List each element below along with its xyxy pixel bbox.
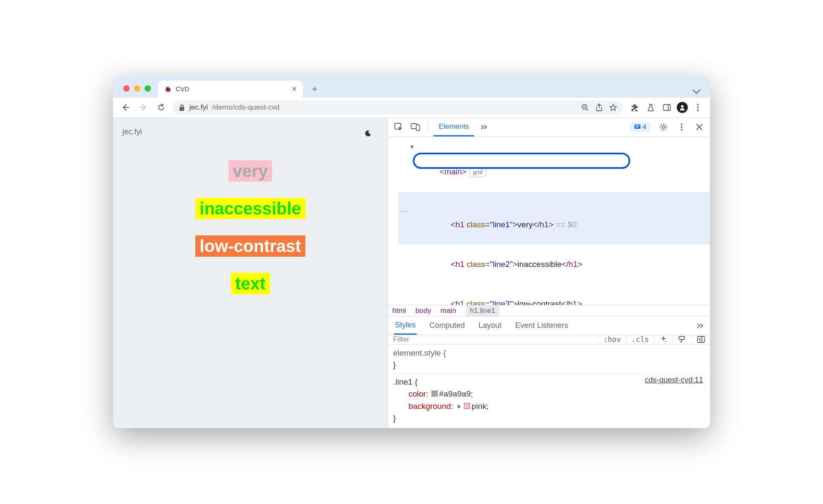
heading-line1: very xyxy=(229,160,272,182)
heading-line4: text xyxy=(231,273,270,294)
issues-badge[interactable]: 4 xyxy=(630,122,650,132)
dom-tree[interactable]: ▼ <main>grid ⋯ <h1 class="line1">very</h… xyxy=(388,137,710,305)
device-toolbar-icon[interactable] xyxy=(409,120,423,134)
rule-line1[interactable]: cds-quest-cvd:11 .line1 { color: #a9a9a9… xyxy=(393,374,705,425)
svg-point-9 xyxy=(697,110,698,111)
paint-brush-icon[interactable] xyxy=(672,335,692,344)
svg-point-16 xyxy=(662,126,665,128)
browser-tab[interactable]: 🐞 CVD × xyxy=(158,81,303,98)
svg-point-7 xyxy=(697,104,698,106)
issues-count: 4 xyxy=(643,123,646,131)
dom-node-h1-line1-selected[interactable]: ⋯ <h1 class="line1">very</h1> == $0 xyxy=(398,192,710,245)
labs-flask-icon[interactable] xyxy=(644,101,657,114)
lock-icon xyxy=(179,104,185,111)
tab-title: CVD xyxy=(176,85,287,93)
bookmark-star-icon[interactable] xyxy=(609,104,617,111)
more-subtabs-icon[interactable] xyxy=(696,323,704,328)
close-tab-icon[interactable]: × xyxy=(292,84,297,94)
zoom-icon[interactable] xyxy=(581,104,589,111)
minimize-window-icon[interactable] xyxy=(134,85,140,92)
crumb-h1-line1[interactable]: h1.line1 xyxy=(466,305,500,316)
more-actions-icon[interactable]: ⋯ xyxy=(400,205,409,217)
svg-point-20 xyxy=(665,341,667,342)
styles-filter-row: Filter :hov .cls xyxy=(388,335,710,345)
svg-point-8 xyxy=(697,107,698,108)
favicon-icon: 🐞 xyxy=(164,85,171,93)
color-swatch-icon[interactable] xyxy=(464,403,470,409)
url-domain: jec.fyi xyxy=(189,103,208,112)
url-path: /demo/cds-quest-cvd xyxy=(212,103,279,112)
rule-element-style[interactable]: element.style { } xyxy=(393,347,705,371)
share-icon[interactable] xyxy=(596,104,603,111)
hover-toggle[interactable]: :hov xyxy=(598,335,626,344)
source-link[interactable]: cds-quest-cvd:11 xyxy=(645,374,703,386)
browser-menu-icon[interactable] xyxy=(691,101,704,114)
subtab-layout[interactable]: Layout xyxy=(478,317,502,334)
new-style-rule-button[interactable] xyxy=(654,335,672,344)
devtools-tabbar: Elements 4 xyxy=(388,118,710,137)
dark-mode-toggle[interactable] xyxy=(362,127,377,141)
dom-breadcrumbs: html body main h1.line1 xyxy=(388,305,710,316)
svg-point-17 xyxy=(681,124,682,125)
window-controls xyxy=(123,85,151,92)
issues-icon xyxy=(634,124,641,130)
color-swatch-icon[interactable] xyxy=(432,391,438,397)
svg-rect-22 xyxy=(698,336,704,342)
grid-badge[interactable]: grid xyxy=(469,167,487,177)
styles-subtabs: Styles Computed Layout Event Listeners xyxy=(388,316,710,335)
extensions-icon[interactable] xyxy=(628,101,641,114)
devtools-close-icon[interactable] xyxy=(692,120,707,134)
subtab-styles[interactable]: Styles xyxy=(394,317,417,335)
devtools-settings-icon[interactable] xyxy=(656,120,671,134)
subtab-event-listeners[interactable]: Event Listeners xyxy=(514,317,569,334)
reload-button[interactable] xyxy=(155,101,168,114)
expand-shorthand-icon[interactable] xyxy=(458,404,461,408)
svg-line-2 xyxy=(586,109,588,110)
svg-point-18 xyxy=(681,126,682,128)
computed-sidebar-icon[interactable] xyxy=(692,335,710,344)
close-window-icon[interactable] xyxy=(123,85,130,92)
inspect-element-icon[interactable] xyxy=(391,120,406,134)
profile-avatar-icon[interactable] xyxy=(677,102,688,113)
forward-button[interactable] xyxy=(137,101,150,114)
heading-line3: low-contrast xyxy=(195,235,305,257)
browser-toolbar: jec.fyi/demo/cds-quest-cvd xyxy=(113,98,710,118)
toolbar-right xyxy=(628,101,704,114)
tab-strip: 🐞 CVD × + xyxy=(113,76,710,98)
crumb-main[interactable]: main xyxy=(440,307,456,315)
devtools-menu-icon[interactable] xyxy=(674,120,689,134)
tab-elements[interactable]: Elements xyxy=(434,118,474,136)
devtools-panel: Elements 4 ▼ <main>grid xyxy=(388,118,710,428)
back-button[interactable] xyxy=(119,101,132,114)
svg-point-19 xyxy=(681,129,682,131)
svg-rect-21 xyxy=(679,336,684,339)
dom-node-h1-line2[interactable]: <h1 class="line2">inaccessible</h1> xyxy=(398,245,710,284)
more-tabs-icon[interactable] xyxy=(477,120,491,134)
cls-toggle[interactable]: .cls xyxy=(626,335,654,344)
address-bar[interactable]: jec.fyi/demo/cds-quest-cvd xyxy=(173,100,623,115)
new-tab-button[interactable]: + xyxy=(308,82,322,96)
tab-list-chevron-icon[interactable] xyxy=(692,89,701,94)
svg-rect-4 xyxy=(664,104,670,110)
crumb-body[interactable]: body xyxy=(415,307,431,315)
crumb-html[interactable]: html xyxy=(392,307,406,315)
svg-rect-0 xyxy=(180,107,184,111)
rendered-page: jec.fyi very inaccessible low-contrast t… xyxy=(113,118,388,428)
svg-rect-12 xyxy=(416,125,420,130)
side-panel-icon[interactable] xyxy=(661,101,673,114)
headings-stack: very inaccessible low-contrast text xyxy=(122,160,378,294)
styles-filter-input[interactable]: Filter xyxy=(388,335,598,344)
fullscreen-window-icon[interactable] xyxy=(145,85,151,92)
browser-window: 🐞 CVD × + jec.fyi/demo/cds-quest-cvd xyxy=(113,76,710,428)
site-name-label: jec.fyi xyxy=(122,127,378,136)
heading-line2: inaccessible xyxy=(195,198,305,219)
svg-point-6 xyxy=(681,105,684,108)
dom-node-main[interactable]: ▼ <main>grid xyxy=(398,139,710,192)
svg-rect-13 xyxy=(635,125,640,129)
content-area: jec.fyi very inaccessible low-contrast t… xyxy=(113,118,710,428)
dom-node-h1-line3[interactable]: <h1 class="line3">low-contrast</h1> xyxy=(398,284,710,305)
styles-pane[interactable]: element.style { } cds-quest-cvd:11 .line… xyxy=(388,345,710,428)
subtab-computed[interactable]: Computed xyxy=(429,317,466,334)
